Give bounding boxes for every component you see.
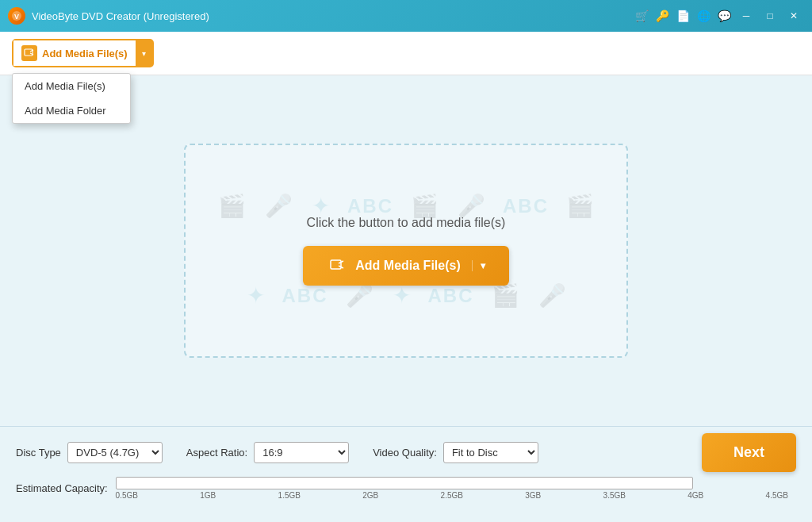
next-button[interactable]: Next	[702, 433, 796, 472]
minimize-button[interactable]: ─	[736, 6, 756, 26]
center-add-media-button[interactable]: Add Media File(s) ▾	[303, 246, 508, 286]
dropdown-add-files[interactable]: Add Media File(s)	[13, 74, 130, 98]
cart-icon[interactable]: 🛒	[633, 7, 650, 25]
disc-type-label: Disc Type	[16, 447, 61, 459]
key-icon[interactable]: 🔑	[653, 7, 671, 25]
app-title: VideoByte DVD Creator (Unregistered)	[32, 10, 209, 22]
tick-3.5gb: 3.5GB	[603, 491, 626, 500]
app-logo: V	[8, 7, 25, 25]
add-media-dropdown-menu: Add Media File(s) Add Media Folder	[12, 73, 131, 124]
disc-type-select[interactable]: DVD-5 (4.7G) DVD-9 (8.5G)	[67, 442, 163, 463]
dropdown-arrow-icon: ▾	[142, 49, 146, 58]
add-media-icon	[21, 45, 37, 61]
center-add-icon	[327, 255, 347, 276]
globe-icon[interactable]: 🌐	[695, 7, 712, 25]
toolbar: Add Media File(s) ▾ Add Media File(s) Ad…	[0, 32, 812, 75]
footer-settings-row: Disc Type DVD-5 (4.7G) DVD-9 (8.5G) Aspe…	[16, 433, 796, 472]
disc-type-field: Disc Type DVD-5 (4.7G) DVD-9 (8.5G)	[16, 442, 163, 463]
tick-4gb: 4GB	[688, 491, 703, 500]
chat-icon[interactable]: 💬	[715, 7, 733, 25]
footer: Disc Type DVD-5 (4.7G) DVD-9 (8.5G) Aspe…	[0, 426, 812, 522]
video-quality-field: Video Quality: Fit to Disc High Medium L…	[373, 442, 538, 463]
tick-1gb: 1GB	[200, 491, 216, 500]
capacity-row: Estimated Capacity: 0.5GB 1GB 1.5GB 2GB …	[16, 477, 796, 500]
capacity-bar	[116, 477, 693, 489]
add-media-label: Add Media File(s)	[42, 48, 128, 59]
video-quality-select[interactable]: Fit to Disc High Medium Low	[443, 442, 538, 463]
tick-3gb: 3GB	[525, 491, 541, 500]
center-dropdown-icon: ▾	[472, 260, 485, 271]
tick-4.5gb: 4.5GB	[766, 491, 788, 500]
drop-zone-text: Click the button to add media file(s)	[307, 216, 506, 230]
title-bar-left: V VideoByte DVD Creator (Unregistered)	[8, 7, 209, 25]
tick-1.5gb: 1.5GB	[278, 491, 301, 500]
tick-2gb: 2GB	[362, 491, 378, 500]
svg-text:V: V	[14, 13, 19, 21]
add-media-main-button[interactable]: Add Media File(s)	[13, 40, 136, 66]
aspect-ratio-select[interactable]: 16:9 4:3	[254, 442, 349, 463]
svg-rect-5	[331, 260, 341, 269]
title-bar: V VideoByte DVD Creator (Unregistered) 🛒…	[0, 0, 812, 32]
title-bar-controls: 🛒 🔑 📄 🌐 💬 ─ □ ✕	[633, 6, 804, 26]
aspect-ratio-label: Aspect Ratio:	[186, 447, 247, 459]
tick-2.5gb: 2.5GB	[441, 491, 463, 500]
svg-rect-2	[25, 49, 33, 56]
center-add-label: Add Media File(s)	[355, 259, 460, 273]
footer-capacity-row: Estimated Capacity: 0.5GB 1GB 1.5GB 2GB …	[16, 477, 796, 516]
video-quality-label: Video Quality:	[373, 447, 437, 459]
aspect-ratio-field: Aspect Ratio: 16:9 4:3	[186, 442, 349, 463]
tick-0.5gb: 0.5GB	[116, 491, 138, 500]
document-icon[interactable]: 📄	[674, 7, 691, 25]
estimated-capacity-label: Estimated Capacity:	[16, 482, 108, 494]
add-media-dropdown-button[interactable]: ▾	[136, 40, 152, 66]
maximize-button[interactable]: □	[760, 6, 780, 26]
dropdown-add-folder[interactable]: Add Media Folder	[13, 98, 130, 123]
drop-zone[interactable]: 🎬 🎤 ✦ ABC 🎬 🎤 ABC 🎬 ✦ ABC 🎤 ✦ ABC 🎬 🎤 Cl…	[184, 144, 628, 358]
close-button[interactable]: ✕	[783, 6, 804, 26]
main-content: 🎬 🎤 ✦ ABC 🎬 🎤 ABC 🎬 ✦ ABC 🎤 ✦ ABC 🎬 🎤 Cl…	[0, 75, 812, 426]
add-media-button[interactable]: Add Media File(s) ▾	[12, 39, 154, 67]
